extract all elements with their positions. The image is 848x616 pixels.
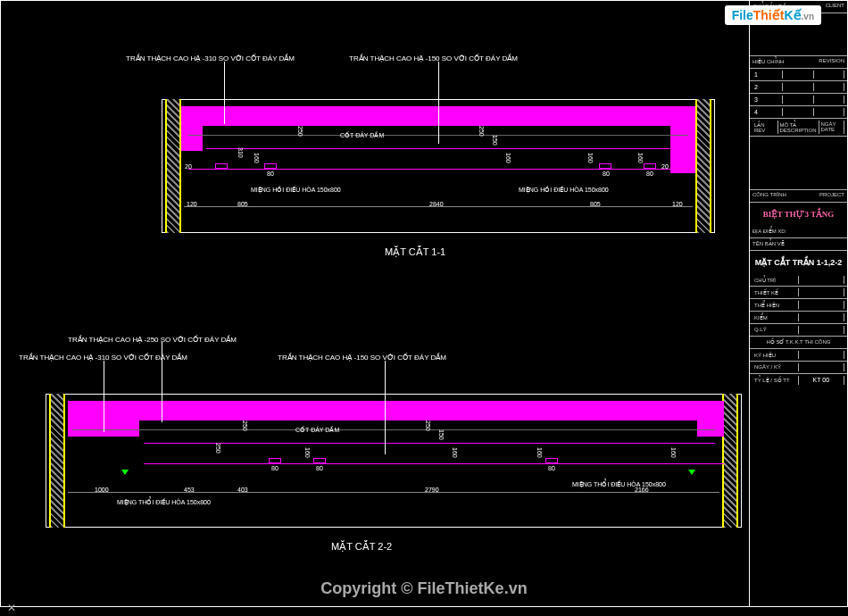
tb-cell [799,288,845,296]
dim-h: 2790 [425,487,439,493]
leader-line [385,361,386,454]
tb-label: HIỆU CHỈNH [752,58,784,66]
tb-rev-row: 1 [750,69,847,81]
callout-label: TRẦN THẠCH CAO HẠ -310 SO VỚI CỐT ĐÁY DẦ… [126,54,295,62]
leader-line [162,342,162,422]
tb-rev-row: 2 [750,81,847,94]
tb-rev-num: 4 [752,108,783,116]
tb-cell [814,83,844,91]
dim-v: 250 [425,420,431,431]
ac-vent [313,458,326,463]
ac-vent [215,163,228,169]
tb-rev-num: 1 [752,71,783,79]
drawing-canvas[interactable]: TRẦN THẠCH CAO HẠ -310 SO VỚI CỐT ĐÁY DẦ… [1,1,749,606]
dim-v: 250 [478,126,485,137]
vent-label: MIỆNG THỔI ĐIỀU HÒA 150x800 [117,499,211,506]
watermark-logo: FileThiếtKế.vn [725,7,821,23]
dim-h: 80 [548,465,555,471]
dim-v: 150 [438,429,445,440]
dim-v: 250 [242,420,248,431]
dim-h: 2166 [635,487,649,493]
dim-h: 80 [603,171,610,177]
tb-cell [814,108,844,116]
tb-label: NGÀY / KÝ [752,363,799,371]
tb-drawing-name-label: TÊN BẢN VẼ [750,238,847,251]
logo-text-ke: Kế [784,8,801,22]
section-2: TRẦN THẠCH CAO HẠ -250 SO VỚI CỐT ĐÁY DẦ… [46,358,742,519]
vent-label: MIỆNG HỒI ĐIỀU HÒA 150x800 [251,187,341,194]
dim-h: 120 [187,201,197,207]
drawing-name: MẶT CẮT TRẦN 1-1,2-2 [750,251,847,274]
section2-title: MẶT CẮT 2-2 [331,541,392,553]
dim-h: 805 [237,201,248,207]
dim-h: 120 [672,201,683,207]
section1-title: MẶT CẮT 1-1 [385,246,445,258]
dim-v: 160 [505,153,511,163]
tb-role: THỂ HIỆN [752,301,799,309]
tb-rev-num: 2 [752,83,783,91]
dim-v: 310 [237,147,244,158]
ac-vent [545,458,558,463]
dim-line [68,492,719,493]
tb-project-header: CÔNG TRÌNH PROJECT [750,190,847,203]
tb-cell [814,71,844,79]
callout-label: TRẦN THẠCH CAO HẠ -150 SO VỚI CỐT ĐÁY DẦ… [349,54,518,62]
beam-line [72,429,715,430]
dim-h: 80 [267,171,274,177]
dim-v: 160 [670,447,677,458]
tb-cell [814,96,844,104]
vent-label: MIỆNG THỔI ĐIỀU HÒA 150x800 [572,481,666,488]
callout-label: TRẦN THẠCH CAO HẠ -250 SO VỚI CỐT ĐÁY DẦ… [68,336,237,344]
tb-rev-num: 3 [752,96,783,104]
ac-vent [599,163,611,169]
dim-h: 2840 [429,201,444,207]
tb-cell [799,363,845,371]
tb-label: TỶ LỆ / SỐ TT [752,376,799,385]
dim-v: 150 [492,135,498,146]
wall-right [695,99,711,233]
leader-line [224,62,225,124]
tb-cell [783,108,813,116]
tb-role: KIỂM [752,313,799,321]
dim-v: 160 [637,153,644,163]
tb-role-row: KIỂM [750,312,847,324]
tb-role-row: Q.LÝ [750,324,847,337]
dim-h: 1000 [95,487,109,493]
leader-line [104,361,104,432]
tb-cell [783,96,813,104]
beam-label: CỐT ĐÁY DẦM [295,427,339,434]
vent-label: MIỆNG HỒI ĐIỀU HÒA 150x800 [519,187,609,194]
tb-role: THIẾT KẾ [752,288,799,296]
dim-v: 160 [304,447,311,458]
callout-label: TRẦN THẠCH CAO HẠ -150 SO VỚI CỐT ĐÁY DẦ… [278,354,446,362]
dim-v: 160 [452,447,458,458]
tb-label: CÔNG TRÌNH [752,192,786,200]
ceiling-drop-right [697,401,724,437]
level-marker-icon [121,470,129,475]
tb-label: CLIENT [826,3,844,11]
ceiling-drop-left [181,106,203,151]
dim-v: 160 [587,153,594,163]
ceiling-line-2 [188,169,688,170]
tb-address: ĐỊA ĐIỂM XD: [750,226,847,238]
wall-left [165,99,181,233]
ac-vent [264,163,277,169]
tb-company-box [750,137,847,190]
dim-h: 80 [316,465,323,471]
main-container: TRẦN THẠCH CAO HẠ -310 SO VỚI CỐT ĐÁY DẦ… [0,0,848,607]
tb-rev-footer: LẦN REV MÔ TẢ DESCRIPTION NGÀY DATE [750,119,847,137]
tb-label: REVISION [819,58,844,66]
tb-rev-row: 4 [750,106,847,119]
tb-role-row: CHỦ TRÌ [750,274,847,287]
tb-rev-header: HIỆU CHỈNH REVISION [750,56,847,69]
logo-text-thiet: Thiết [753,8,785,22]
copyright-watermark: Copyright © FileThietKe.vn [320,579,527,598]
tb-cell [783,83,813,91]
ceiling-drop-right [670,106,695,173]
sheet-number: KT 00 [799,376,845,385]
dim-h: 805 [590,201,601,207]
close-icon[interactable]: ✕ [7,602,16,614]
tb-role-row: THỂ HIỆN [750,299,847,312]
wall-left [49,394,65,528]
tb-footer-row: TỶ LỆ / SỐ TTKT 00 [750,374,847,387]
